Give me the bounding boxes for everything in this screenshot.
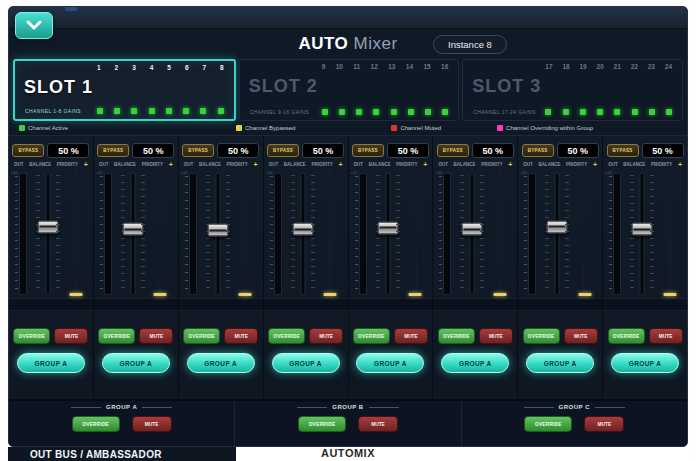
mute-button[interactable]: MUTE (649, 328, 683, 344)
override-button[interactable]: OVERRIDE (608, 328, 645, 344)
gain-display[interactable]: 50 % (387, 143, 429, 158)
priority-slider[interactable] (156, 173, 165, 295)
group-assign-button[interactable]: GROUP A (272, 353, 340, 373)
priority-slider[interactable] (326, 173, 335, 295)
group-assign-button[interactable]: GROUP A (356, 353, 424, 373)
menu-item[interactable] (65, 6, 77, 11)
priority-slider-handle[interactable] (324, 293, 337, 296)
bypass-button[interactable]: BYPASS (607, 144, 639, 157)
priority-slider-handle[interactable] (154, 293, 167, 296)
override-button[interactable]: OVERRIDE (523, 328, 560, 344)
balance-fader-handle[interactable] (377, 221, 398, 234)
balance-fader[interactable] (290, 173, 316, 295)
menu-item[interactable] (265, 6, 277, 11)
mute-button[interactable]: MUTE (224, 328, 258, 344)
strip-top: BYPASS 50 % (97, 142, 174, 159)
menu-item[interactable] (665, 6, 677, 11)
gain-display[interactable]: 50 % (47, 143, 89, 158)
slot-panel[interactable]: 910111213141516 SLOT 2 CHANNEL 9-16 GAIN… (239, 59, 460, 121)
gain-display[interactable]: 50 % (472, 143, 514, 158)
priority-slider-handle[interactable] (663, 293, 676, 296)
priority-slider[interactable] (580, 173, 589, 295)
menu-item[interactable] (165, 6, 177, 11)
priority-label: PRIORITY (481, 162, 502, 167)
mute-button[interactable]: MUTE (479, 328, 513, 344)
balance-fader[interactable] (459, 173, 485, 295)
balance-fader-handle[interactable] (547, 220, 568, 233)
bypass-button[interactable]: BYPASS (522, 144, 554, 157)
bypass-button[interactable]: BYPASS (12, 144, 44, 157)
balance-fader[interactable] (375, 173, 401, 295)
group-mute-button[interactable]: MUTE (132, 416, 172, 432)
mute-button[interactable]: MUTE (309, 328, 343, 344)
mute-button[interactable]: MUTE (139, 328, 173, 344)
menu-item[interactable] (465, 6, 477, 11)
bypass-button[interactable]: BYPASS (437, 144, 469, 157)
bottom-tab-automix[interactable]: AUTOMIX (321, 447, 375, 459)
group-override-button[interactable]: OVERRIDE (72, 416, 120, 432)
slot-title: SLOT 2 (249, 76, 318, 97)
group-assign-button[interactable]: GROUP A (187, 353, 255, 373)
priority-slider[interactable] (495, 173, 504, 295)
priority-slider[interactable] (71, 173, 80, 295)
balance-fader-handle[interactable] (632, 223, 653, 236)
override-button[interactable]: OVERRIDE (98, 328, 135, 344)
channel-number: 3 (132, 64, 136, 71)
balance-fader-handle[interactable] (292, 223, 313, 236)
slot-panel[interactable]: 12345678 SLOT 1 CHANNEL 1-8 GAINS (13, 59, 236, 121)
bypass-button[interactable]: BYPASS (267, 144, 299, 157)
balance-fader-handle[interactable] (122, 223, 143, 236)
balance-fader-handle[interactable] (207, 224, 228, 237)
balance-fader-handle[interactable] (462, 223, 483, 236)
collapse-button[interactable] (15, 12, 53, 39)
group-mute-button[interactable]: MUTE (584, 416, 624, 432)
override-button[interactable]: OVERRIDE (183, 328, 220, 344)
menu-item[interactable] (365, 6, 377, 11)
gain-display[interactable]: 50 % (642, 143, 684, 158)
priority-slider[interactable] (665, 173, 674, 295)
bypass-button[interactable]: BYPASS (97, 144, 129, 157)
group-assign-button[interactable]: GROUP A (526, 353, 594, 373)
menu-item[interactable] (565, 6, 577, 11)
group-mute-button[interactable]: MUTE (358, 416, 398, 432)
override-button[interactable]: OVERRIDE (268, 328, 305, 344)
priority-plus-label: + (338, 163, 342, 167)
mute-button[interactable]: MUTE (394, 328, 428, 344)
override-button[interactable]: OVERRIDE (13, 328, 50, 344)
gain-display[interactable]: 50 % (557, 143, 599, 158)
balance-fader[interactable] (544, 173, 570, 295)
bypass-button[interactable]: BYPASS (352, 144, 384, 157)
strip-divider-band (264, 298, 348, 311)
priority-slider-handle[interactable] (239, 293, 252, 296)
balance-fader[interactable] (120, 173, 146, 295)
balance-fader[interactable] (35, 173, 61, 295)
group-assign-button[interactable]: GROUP A (611, 353, 679, 373)
priority-slider[interactable] (241, 173, 250, 295)
override-button[interactable]: OVERRIDE (353, 328, 390, 344)
override-button[interactable]: OVERRIDE (438, 328, 475, 344)
mute-button[interactable]: MUTE (54, 328, 88, 344)
bypass-button[interactable]: BYPASS (182, 144, 214, 157)
group-assign-button[interactable]: GROUP A (17, 353, 85, 373)
priority-slider-handle[interactable] (578, 293, 591, 296)
balance-label: BALANCE (369, 162, 391, 167)
priority-slider-handle[interactable] (493, 293, 506, 296)
gain-display[interactable]: 50 % (132, 143, 174, 158)
group-assign-button[interactable]: GROUP A (102, 353, 170, 373)
group-assign-button[interactable]: GROUP A (441, 353, 509, 373)
group-override-button[interactable]: OVERRIDE (524, 416, 572, 432)
gain-display[interactable]: 50 % (302, 143, 344, 158)
gain-display[interactable]: 50 % (217, 143, 259, 158)
balance-fader-handle[interactable] (38, 220, 59, 233)
priority-slider-handle[interactable] (69, 293, 82, 296)
slot-panel[interactable]: 1718192021222324 SLOT 3 CHANNEL 17-24 GA… (462, 59, 683, 121)
balance-fader[interactable] (205, 173, 231, 295)
priority-slider-handle[interactable] (409, 293, 422, 296)
instance-button[interactable]: Instance 8 (433, 35, 507, 54)
bottom-tab-bus[interactable]: OUT BUS / AMBASSADOR (8, 447, 236, 461)
channel-number: 8 (220, 64, 224, 71)
mute-button[interactable]: MUTE (564, 328, 598, 344)
balance-fader[interactable] (629, 173, 655, 295)
group-override-button[interactable]: OVERRIDE (298, 416, 346, 432)
priority-slider[interactable] (411, 173, 420, 295)
